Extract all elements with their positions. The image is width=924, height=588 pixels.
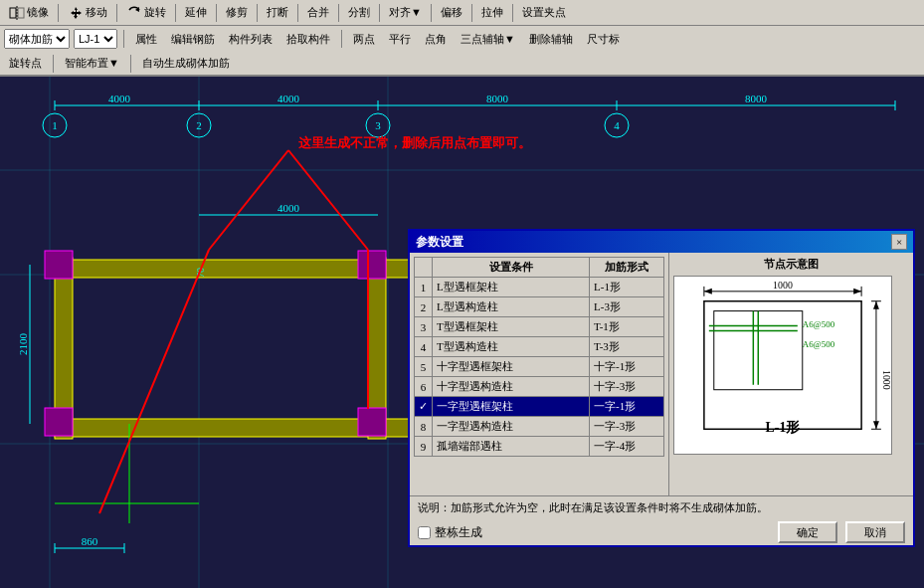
row-form: 十字-1形 (590, 357, 664, 377)
component-list-btn[interactable]: 构件列表 (224, 30, 277, 49)
two-point-label: 两点 (353, 32, 375, 47)
three-point-btn[interactable]: 三点辅轴▼ (456, 30, 520, 49)
svg-text:4000: 4000 (277, 202, 300, 214)
table-row[interactable]: 8 一字型遇构造柱 一字-3形 (415, 417, 664, 437)
whole-building-checkbox[interactable] (418, 526, 431, 539)
split-btn[interactable]: 分割 (343, 3, 375, 22)
svg-text:860: 860 (82, 535, 98, 547)
svg-text:8000: 8000 (486, 93, 509, 104)
row-num: 9 (415, 437, 433, 457)
col-condition-header: 设置条件 (433, 258, 590, 278)
dialog-footer-controls: 整栋生成 确定 取消 (418, 521, 905, 543)
auto-generate-btn[interactable]: 自动生成砌体加筋 (137, 54, 235, 73)
row-condition: 十字型遇框架柱 (433, 357, 590, 377)
table-row[interactable]: 9 孤墙端部遇柱 一字-4形 (415, 437, 664, 457)
edit-rebar-label: 编辑钢筋 (171, 32, 215, 47)
row-condition: 一字型遇构造柱 (433, 417, 590, 437)
delete-aux-btn[interactable]: 删除辅轴 (524, 30, 578, 49)
sep10 (471, 4, 472, 22)
svg-text:4: 4 (614, 119, 620, 131)
point-angle-btn[interactable]: 点角 (420, 30, 452, 49)
svg-rect-2 (18, 8, 24, 18)
svg-rect-0 (10, 8, 16, 18)
dialog-table-section: 设置条件 加筋形式 1 L型遇框架柱 L-1形 2 L型遇构造柱 L-3形 3 … (410, 253, 668, 495)
move-btn[interactable]: 移动 (63, 3, 112, 23)
component-list-label: 构件列表 (229, 32, 273, 47)
two-point-btn[interactable]: 两点 (348, 30, 380, 49)
offset-btn[interactable]: 偏移 (436, 3, 467, 22)
row-form: 十字-3形 (590, 377, 664, 397)
parallel-label: 平行 (389, 32, 411, 47)
row-form: T-3形 (590, 337, 664, 357)
svg-rect-39 (45, 408, 73, 436)
rotate-label: 旋转 (144, 5, 166, 20)
move-icon (68, 5, 84, 21)
point-angle-label: 点角 (425, 32, 447, 47)
svg-text:4000: 4000 (277, 93, 300, 104)
whole-building-label[interactable]: 整栋生成 (435, 524, 482, 541)
mirror-icon (9, 5, 25, 21)
ok-button[interactable]: 确定 (778, 521, 837, 543)
row-form: T-1形 (590, 317, 664, 337)
svg-text:1: 1 (52, 119, 58, 131)
row-num: 6 (415, 377, 433, 397)
sep4 (216, 4, 217, 22)
parallel-btn[interactable]: 平行 (384, 30, 416, 49)
dimension-btn[interactable]: 尺寸标 (582, 30, 625, 49)
grip-label: 设置夹点 (522, 5, 566, 20)
dimension-label: 尺寸标 (587, 32, 620, 47)
table-row[interactable]: 1 L型遇框架柱 L-1形 (415, 278, 664, 297)
svg-text:1000: 1000 (773, 280, 793, 291)
stretch-btn[interactable]: 拉伸 (476, 3, 508, 22)
dialog-note: 说明：加筋形式允许为空，此时在满足该设置条件时将不生成砌体加筋。 (418, 500, 905, 515)
row-num: ✓ (415, 397, 433, 417)
edit-rebar-btn[interactable]: 编辑钢筋 (166, 30, 220, 49)
col-form-header: 加筋形式 (590, 258, 664, 278)
sep6 (297, 4, 298, 22)
row-form: L-3形 (590, 297, 664, 317)
dialog-preview-section: 节点示意图 1000 1000 (668, 253, 913, 495)
smart-layout-btn[interactable]: 智能布置▼ (60, 54, 124, 73)
property-btn[interactable]: 属性 (130, 30, 162, 49)
lj-dropdown[interactable]: LJ-1 (74, 29, 117, 49)
align-btn[interactable]: 对齐▼ (384, 3, 427, 22)
svg-rect-40 (358, 251, 386, 279)
svg-text:3: 3 (375, 119, 381, 131)
trim-btn[interactable]: 修剪 (221, 3, 253, 22)
checkbox-area: 整栋生成 (418, 524, 482, 541)
row-form: 一字-1形 (590, 397, 664, 417)
extend-btn[interactable]: 延伸 (180, 3, 212, 22)
rotate-point-label: 旋转点 (9, 56, 42, 71)
merge-btn[interactable]: 合并 (302, 3, 334, 22)
mirror-btn[interactable]: 镜像 (4, 3, 54, 23)
table-row[interactable]: 4 T型遇构造柱 T-3形 (415, 337, 664, 357)
table-row[interactable]: 2 L型遇构造柱 L-3形 (415, 297, 664, 317)
sep15 (130, 55, 131, 73)
grip-btn[interactable]: 设置夹点 (517, 3, 571, 22)
rotate-btn[interactable]: 旋转 (121, 3, 171, 23)
dialog-title: 参数设置 (416, 234, 463, 251)
break-btn[interactable]: 打断 (262, 3, 293, 22)
delete-aux-label: 删除辅轴 (529, 32, 573, 47)
row-num: 5 (415, 357, 433, 377)
preview-svg: 1000 1000 (674, 277, 891, 454)
row-condition: L型遇框架柱 (433, 278, 590, 297)
table-row[interactable]: 3 T型遇框架柱 T-1形 (415, 317, 664, 337)
svg-rect-38 (45, 251, 73, 279)
row-num: 1 (415, 278, 433, 297)
table-row[interactable]: 6 十字型遇构造柱 十字-3形 (415, 377, 664, 397)
table-row[interactable]: 5 十字型遇框架柱 十字-1形 (415, 357, 664, 377)
cancel-button[interactable]: 取消 (845, 521, 905, 543)
dialog-footer: 说明：加筋形式允许为空，此时在满足该设置条件时将不生成砌体加筋。 整栋生成 确定… (410, 495, 913, 545)
row-condition: T型遇构造柱 (433, 337, 590, 357)
row-condition: 一字型遇框架柱 (433, 397, 590, 417)
dialog-close-btn[interactable]: × (891, 234, 907, 250)
table-row[interactable]: ✓ 一字型遇框架柱 一字-1形 (415, 397, 664, 417)
sep8 (379, 4, 380, 22)
rotate-point-btn[interactable]: 旋转点 (4, 54, 47, 73)
row-num: 4 (415, 337, 433, 357)
sep7 (338, 4, 339, 22)
pick-component-btn[interactable]: 拾取构件 (281, 30, 335, 49)
masonry-type-dropdown[interactable]: 砌体加筋 (4, 29, 70, 49)
toolbar-row1: 镜像 移动 旋转 延伸 修剪 打断 合并 分割 (0, 0, 924, 26)
